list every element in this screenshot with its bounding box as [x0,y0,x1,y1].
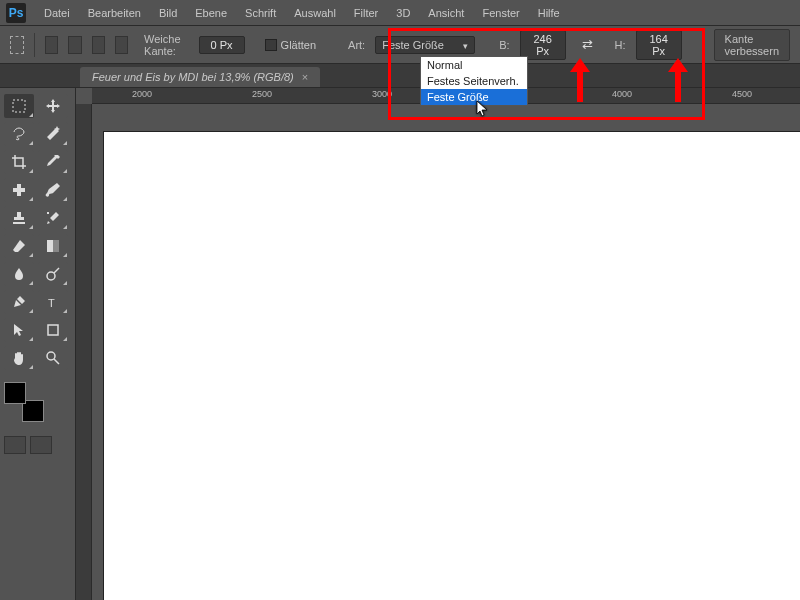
dropdown-item-festes-seitenverh[interactable]: Festes Seitenverh. [421,73,527,89]
heal-tool[interactable] [4,178,34,202]
svg-rect-2 [17,184,21,196]
width-label: B: [499,39,509,51]
menu-3d[interactable]: 3D [396,7,410,19]
art-dropdown-list: Normal Festes Seitenverh. Feste Größe [420,56,528,106]
chevron-down-icon [463,39,468,51]
menu-bild[interactable]: Bild [159,7,177,19]
lasso-tool[interactable] [4,122,34,146]
annotation-arrow [570,58,590,102]
close-icon[interactable]: × [302,71,308,83]
width-input[interactable]: 246 Px [520,30,566,60]
blur-tool[interactable] [4,262,34,286]
type-tool[interactable]: T [38,290,68,314]
feather-input[interactable]: 0 Px [199,36,245,54]
history-brush-tool[interactable] [38,206,68,230]
canvas-area: 2000 2500 3000 3500 4000 4500 [76,88,800,600]
menu-fenster[interactable]: Fenster [482,7,519,19]
eyedropper-tool[interactable] [38,150,68,174]
annotation-arrow [668,58,688,102]
stamp-tool[interactable] [4,206,34,230]
ruler-tick: 2500 [252,89,272,99]
quickmask-mode-icon[interactable] [30,436,52,454]
menu-bearbeiten[interactable]: Bearbeiten [88,7,141,19]
app-logo: Ps [6,3,26,23]
menu-ansicht[interactable]: Ansicht [428,7,464,19]
refine-edge-button[interactable]: Kante verbessern [714,29,790,61]
ruler-tick: 4500 [732,89,752,99]
ruler-tick: 4000 [612,89,632,99]
menu-schrift[interactable]: Schrift [245,7,276,19]
art-dropdown[interactable]: Feste Größe [375,36,475,54]
new-selection-icon[interactable] [45,36,58,54]
dropdown-item-feste-groesse[interactable]: Feste Größe [421,89,527,105]
menu-datei[interactable]: Datei [44,7,70,19]
document-canvas[interactable] [104,132,800,600]
crop-tool[interactable] [4,150,34,174]
cursor-icon [476,100,490,120]
menu-hilfe[interactable]: Hilfe [538,7,560,19]
shape-tool[interactable] [38,318,68,342]
menu-auswahl[interactable]: Auswahl [294,7,336,19]
hand-tool[interactable] [4,346,34,370]
workarea: T 2000 2500 3000 [0,88,800,600]
intersect-selection-icon[interactable] [115,36,128,54]
art-label: Art: [348,39,365,51]
standard-mode-icon[interactable] [4,436,26,454]
antialias-checkbox[interactable] [265,39,277,51]
dodge-tool[interactable] [38,262,68,286]
height-label: H: [615,39,626,51]
brush-tool[interactable] [38,178,68,202]
tool-preset-picker[interactable] [10,36,24,54]
document-tab-title: Feuer und Eis by MDI bei 13,9% (RGB/8) [92,71,294,83]
zoom-tool[interactable] [38,346,68,370]
menu-filter[interactable]: Filter [354,7,378,19]
ruler-tick: 2000 [132,89,152,99]
svg-rect-7 [48,325,58,335]
height-input[interactable]: 164 Px [636,30,682,60]
document-tab[interactable]: Feuer und Eis by MDI bei 13,9% (RGB/8) × [80,67,320,87]
move-tool[interactable] [38,94,68,118]
wand-tool[interactable] [38,122,68,146]
add-selection-icon[interactable] [68,36,81,54]
subtract-selection-icon[interactable] [92,36,105,54]
tools-panel: T [0,88,76,600]
marquee-tool[interactable] [4,94,34,118]
svg-rect-0 [13,100,25,112]
eraser-tool[interactable] [4,234,34,258]
gradient-tool[interactable] [38,234,68,258]
svg-rect-4 [47,240,53,252]
foreground-swatch[interactable] [4,382,26,404]
ruler-vertical[interactable] [76,104,92,600]
swap-wh-icon[interactable]: ⇄ [582,37,593,52]
separator [34,33,35,57]
menubar: Ps Datei Bearbeiten Bild Ebene Schrift A… [0,0,800,26]
art-dropdown-value: Feste Größe [382,39,444,51]
antialias-label: Glätten [281,39,316,51]
color-swatches[interactable] [4,382,44,422]
dropdown-item-normal[interactable]: Normal [421,57,527,73]
path-select-tool[interactable] [4,318,34,342]
menu-ebene[interactable]: Ebene [195,7,227,19]
svg-text:T: T [48,297,55,309]
pen-tool[interactable] [4,290,34,314]
svg-point-5 [47,272,55,280]
feather-label: Weiche Kante: [144,33,189,57]
svg-point-8 [47,352,55,360]
ruler-tick: 3000 [372,89,392,99]
